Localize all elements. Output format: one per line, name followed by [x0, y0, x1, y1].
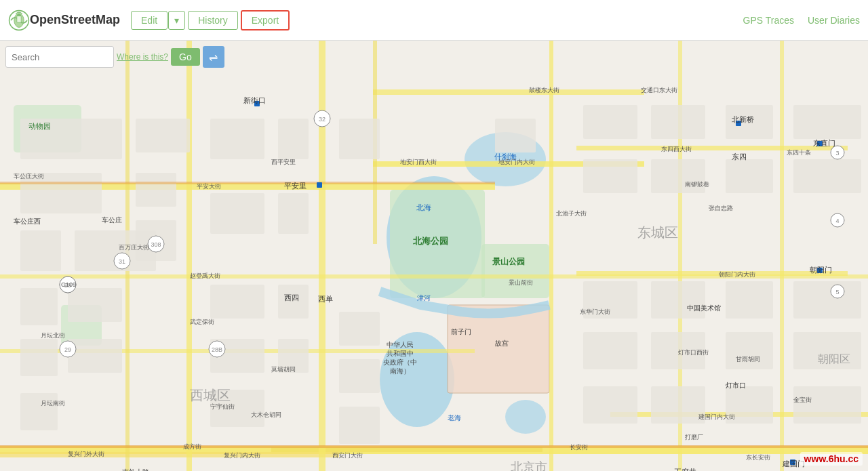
- svg-rect-73: [793, 105, 861, 139]
- export-button[interactable]: Export: [241, 10, 290, 30]
- svg-text:南礼士路: 南礼士路: [122, 468, 149, 471]
- svg-text:东四: 东四: [732, 152, 747, 161]
- svg-rect-16: [0, 452, 339, 457]
- svg-rect-54: [339, 312, 380, 346]
- svg-rect-59: [583, 159, 637, 193]
- svg-text:西城区: 西城区: [190, 388, 231, 403]
- svg-text:百万庄大街: 百万庄大街: [119, 244, 149, 251]
- svg-rect-19: [373, 89, 644, 95]
- svg-text:29: 29: [64, 346, 71, 353]
- svg-text:朝阳区: 朝阳区: [818, 353, 850, 365]
- svg-rect-67: [651, 386, 705, 424]
- svg-rect-26: [186, 41, 192, 471]
- svg-rect-51: [278, 285, 309, 319]
- svg-text:共和国中: 共和国中: [387, 350, 414, 357]
- svg-rect-57: [495, 119, 536, 152]
- logo-area: OpenStreetMap: [8, 9, 120, 31]
- search-input[interactable]: [5, 46, 114, 68]
- svg-text:建国门内大街: 建国门内大街: [698, 413, 735, 420]
- svg-text:中国美术馆: 中国美术馆: [687, 304, 721, 312]
- svg-text:张自忠路: 张自忠路: [709, 205, 733, 211]
- svg-text:31: 31: [119, 258, 125, 265]
- map-svg: 30 308 28B 31 32 5 4 3 29 29 东城区 西城区 北京市…: [0, 41, 868, 471]
- svg-rect-34: [136, 119, 190, 152]
- svg-text:老海: 老海: [448, 414, 461, 422]
- svg-text:5: 5: [835, 289, 839, 295]
- svg-text:车公庄西: 车公庄西: [14, 218, 41, 225]
- svg-text:长安街: 长安街: [570, 444, 588, 451]
- svg-rect-79: [0, 182, 495, 184]
- svg-text:西四: 西四: [284, 293, 299, 302]
- svg-text:复兴门外大街: 复兴门外大街: [68, 451, 104, 457]
- svg-text:32: 32: [319, 116, 326, 123]
- svg-text:西安门大街: 西安门大街: [332, 452, 363, 459]
- svg-text:北海公园: 北海公园: [412, 236, 448, 246]
- svg-rect-39: [20, 393, 58, 430]
- go-button[interactable]: Go: [171, 48, 200, 66]
- svg-text:动物园: 动物园: [28, 122, 51, 130]
- svg-text:东华门大街: 东华门大街: [580, 308, 610, 315]
- header-right: GPS Traces User Diaries: [743, 15, 860, 26]
- svg-text:复兴门内大街: 复兴门内大街: [224, 452, 260, 459]
- svg-text:北海: 北海: [416, 203, 431, 211]
- svg-text:G109: G109: [61, 281, 76, 288]
- svg-text:灯市口西街: 灯市口西街: [678, 349, 709, 356]
- svg-text:平安里: 平安里: [284, 182, 307, 190]
- svg-text:鼓楼东大街: 鼓楼东大街: [529, 87, 559, 94]
- svg-text:东城区: 东城区: [637, 225, 678, 240]
- svg-text:宁宇仙街: 宁宇仙街: [210, 403, 235, 410]
- svg-rect-62: [583, 386, 637, 424]
- svg-rect-61: [583, 332, 637, 369]
- svg-text:东四西大街: 东四西大街: [661, 146, 692, 152]
- svg-text:莫墙胡同: 莫墙胡同: [271, 366, 296, 373]
- svg-rect-77: [793, 386, 861, 424]
- svg-text:西单: 西单: [318, 295, 333, 303]
- svg-text:中华人民: 中华人民: [387, 341, 414, 348]
- svg-text:南锣鼓巷: 南锣鼓巷: [685, 181, 709, 188]
- svg-rect-41: [68, 339, 122, 373]
- svg-rect-55: [339, 359, 380, 393]
- svg-rect-58: [583, 105, 637, 139]
- map-area[interactable]: 30 308 28B 31 32 5 4 3 29 29 东城区 西城区 北京市…: [0, 41, 868, 471]
- svg-text:东直门: 东直门: [813, 139, 835, 147]
- svg-text:新街口: 新街口: [243, 96, 266, 104]
- svg-text:朝阳门: 朝阳门: [810, 266, 832, 274]
- svg-text:4: 4: [835, 218, 839, 224]
- history-button[interactable]: History: [188, 11, 238, 30]
- gps-traces-link[interactable]: GPS Traces: [743, 15, 794, 26]
- svg-text:景山前街: 景山前街: [509, 279, 533, 286]
- svg-text:28B: 28B: [212, 346, 222, 353]
- svg-text:交通口东大街: 交通口东大街: [641, 87, 677, 94]
- svg-text:灯市口: 灯市口: [726, 382, 746, 389]
- svg-text:武定保街: 武定保街: [190, 319, 214, 325]
- svg-text:北新桥: 北新桥: [732, 115, 754, 123]
- directions-icon: ⇌: [209, 51, 218, 64]
- svg-rect-44: [210, 119, 264, 159]
- logo-text: OpenStreetMap: [30, 13, 120, 27]
- svg-text:前子门: 前子门: [451, 328, 471, 335]
- svg-text:地安门西大街: 地安门西大街: [399, 159, 437, 165]
- user-diaries-link[interactable]: User Diaries: [808, 15, 860, 26]
- svg-text:赵登禹大街: 赵登禹大街: [190, 272, 220, 279]
- svg-rect-25: [319, 41, 326, 471]
- svg-text:月坛南街: 月坛南街: [41, 400, 65, 407]
- svg-rect-38: [20, 339, 58, 376]
- svg-rect-78: [0, 445, 868, 448]
- where-is-this-link[interactable]: Where is this?: [117, 52, 168, 62]
- svg-rect-56: [339, 407, 380, 444]
- svg-text:东四十条: 东四十条: [787, 149, 811, 156]
- svg-text:车公庄大街: 车公庄大街: [14, 173, 44, 180]
- svg-rect-50: [278, 193, 309, 234]
- osm-logo-icon: [8, 9, 30, 31]
- edit-dropdown-button[interactable]: ▾: [168, 11, 185, 30]
- svg-text:景山公园: 景山公园: [492, 257, 525, 266]
- svg-rect-31: [780, 41, 784, 471]
- directions-button[interactable]: ⇌: [203, 46, 224, 68]
- svg-text:打磨厂: 打磨厂: [684, 434, 703, 441]
- edit-button[interactable]: Edit: [131, 11, 167, 30]
- svg-text:故宫: 故宫: [495, 340, 509, 347]
- svg-text:平安大街: 平安大街: [197, 183, 221, 190]
- svg-text:王府井: 王府井: [674, 468, 696, 471]
- svg-text:北池子大街: 北池子大街: [556, 210, 587, 217]
- svg-point-8: [505, 400, 546, 434]
